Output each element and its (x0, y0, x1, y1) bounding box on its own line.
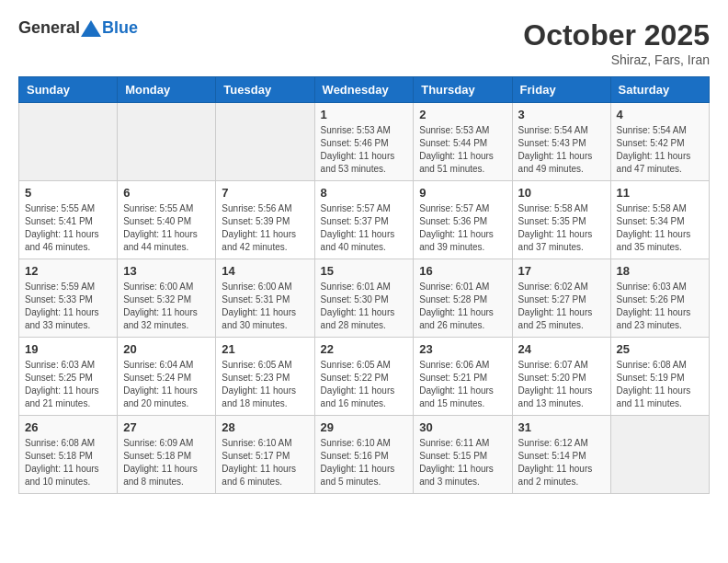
day-info: Sunrise: 5:53 AM Sunset: 5:44 PM Dayligh… (419, 124, 506, 176)
calendar-cell: 9Sunrise: 5:57 AM Sunset: 5:36 PM Daylig… (414, 181, 512, 259)
weekday-header-wednesday: Wednesday (314, 77, 414, 103)
day-info: Sunrise: 6:08 AM Sunset: 5:19 PM Dayligh… (617, 359, 703, 410)
day-info: Sunrise: 6:01 AM Sunset: 5:28 PM Dayligh… (419, 281, 506, 332)
day-number: 7 (222, 186, 308, 200)
day-info: Sunrise: 6:09 AM Sunset: 5:18 PM Dayligh… (123, 437, 210, 488)
day-info: Sunrise: 6:03 AM Sunset: 5:26 PM Dayligh… (617, 281, 703, 332)
day-info: Sunrise: 5:54 AM Sunset: 5:42 PM Dayligh… (617, 124, 703, 176)
day-number: 5 (25, 186, 111, 200)
day-info: Sunrise: 5:58 AM Sunset: 5:35 PM Dayligh… (518, 202, 605, 254)
logo-blue-text: Blue (102, 18, 138, 38)
calendar-cell: 26Sunrise: 6:08 AM Sunset: 5:18 PM Dayli… (19, 416, 118, 494)
calendar-cell: 22Sunrise: 6:05 AM Sunset: 5:22 PM Dayli… (314, 338, 414, 416)
logo-general-text: General (18, 18, 80, 38)
logo: General Blue (18, 18, 138, 38)
day-number: 12 (25, 264, 111, 278)
calendar-cell: 13Sunrise: 6:00 AM Sunset: 5:32 PM Dayli… (118, 259, 216, 338)
week-row-4: 19Sunrise: 6:03 AM Sunset: 5:25 PM Dayli… (19, 338, 710, 416)
day-info: Sunrise: 5:57 AM Sunset: 5:36 PM Dayligh… (419, 202, 506, 254)
calendar-cell: 10Sunrise: 5:58 AM Sunset: 5:35 PM Dayli… (512, 181, 610, 259)
day-info: Sunrise: 6:10 AM Sunset: 5:17 PM Dayligh… (222, 437, 308, 488)
weekday-header-row: SundayMondayTuesdayWednesdayThursdayFrid… (19, 77, 710, 103)
month-title: October 2025 (523, 18, 710, 52)
day-number: 28 (222, 420, 308, 434)
calendar-cell: 12Sunrise: 5:59 AM Sunset: 5:33 PM Dayli… (19, 259, 118, 338)
week-row-2: 5Sunrise: 5:55 AM Sunset: 5:41 PM Daylig… (19, 181, 710, 259)
day-info: Sunrise: 6:10 AM Sunset: 5:16 PM Dayligh… (321, 437, 408, 488)
weekday-header-friday: Friday (512, 77, 610, 103)
calendar-cell: 5Sunrise: 5:55 AM Sunset: 5:41 PM Daylig… (19, 181, 118, 259)
calendar-cell: 24Sunrise: 6:07 AM Sunset: 5:20 PM Dayli… (512, 338, 610, 416)
calendar-cell: 11Sunrise: 5:58 AM Sunset: 5:34 PM Dayli… (610, 181, 709, 259)
day-info: Sunrise: 6:06 AM Sunset: 5:21 PM Dayligh… (419, 359, 506, 410)
day-info: Sunrise: 6:11 AM Sunset: 5:15 PM Dayligh… (419, 437, 506, 488)
calendar-cell: 4Sunrise: 5:54 AM Sunset: 5:42 PM Daylig… (610, 103, 709, 181)
day-info: Sunrise: 5:55 AM Sunset: 5:41 PM Dayligh… (25, 202, 111, 254)
day-number: 25 (617, 342, 703, 356)
day-info: Sunrise: 6:08 AM Sunset: 5:18 PM Dayligh… (25, 437, 111, 488)
day-number: 27 (123, 420, 210, 434)
day-info: Sunrise: 5:53 AM Sunset: 5:46 PM Dayligh… (321, 124, 408, 176)
calendar-cell: 16Sunrise: 6:01 AM Sunset: 5:28 PM Dayli… (414, 259, 512, 338)
day-number: 15 (321, 264, 408, 278)
day-number: 1 (321, 108, 408, 121)
calendar-table: SundayMondayTuesdayWednesdayThursdayFrid… (18, 76, 710, 494)
day-info: Sunrise: 6:01 AM Sunset: 5:30 PM Dayligh… (321, 281, 408, 332)
calendar-cell: 23Sunrise: 6:06 AM Sunset: 5:21 PM Dayli… (414, 338, 512, 416)
day-info: Sunrise: 6:07 AM Sunset: 5:20 PM Dayligh… (518, 359, 605, 410)
weekday-header-monday: Monday (118, 77, 216, 103)
calendar-cell: 27Sunrise: 6:09 AM Sunset: 5:18 PM Dayli… (118, 416, 216, 494)
calendar-cell: 1Sunrise: 5:53 AM Sunset: 5:46 PM Daylig… (314, 103, 414, 181)
day-number: 16 (419, 264, 506, 278)
calendar-cell (216, 103, 314, 181)
calendar-cell: 14Sunrise: 6:00 AM Sunset: 5:31 PM Dayli… (216, 259, 314, 338)
day-number: 17 (518, 264, 605, 278)
calendar-cell: 15Sunrise: 6:01 AM Sunset: 5:30 PM Dayli… (314, 259, 414, 338)
calendar-cell: 2Sunrise: 5:53 AM Sunset: 5:44 PM Daylig… (414, 103, 512, 181)
day-number: 21 (222, 342, 308, 356)
day-number: 29 (321, 420, 408, 434)
day-number: 10 (518, 186, 605, 200)
day-number: 6 (123, 186, 210, 200)
calendar-cell: 28Sunrise: 6:10 AM Sunset: 5:17 PM Dayli… (216, 416, 314, 494)
weekday-header-sunday: Sunday (19, 77, 118, 103)
day-number: 31 (518, 420, 605, 434)
calendar-cell: 30Sunrise: 6:11 AM Sunset: 5:15 PM Dayli… (414, 416, 512, 494)
day-info: Sunrise: 5:55 AM Sunset: 5:40 PM Dayligh… (123, 202, 210, 254)
calendar-cell (19, 103, 118, 181)
day-number: 19 (25, 342, 111, 356)
day-number: 24 (518, 342, 605, 356)
calendar-cell: 20Sunrise: 6:04 AM Sunset: 5:24 PM Dayli… (118, 338, 216, 416)
day-info: Sunrise: 6:12 AM Sunset: 5:14 PM Dayligh… (518, 437, 605, 488)
calendar-cell: 7Sunrise: 5:56 AM Sunset: 5:39 PM Daylig… (216, 181, 314, 259)
weekday-header-saturday: Saturday (610, 77, 709, 103)
day-number: 9 (419, 186, 506, 200)
calendar-cell: 29Sunrise: 6:10 AM Sunset: 5:16 PM Dayli… (314, 416, 414, 494)
svg-marker-0 (81, 20, 101, 37)
day-info: Sunrise: 5:54 AM Sunset: 5:43 PM Dayligh… (518, 124, 605, 176)
calendar-cell: 21Sunrise: 6:05 AM Sunset: 5:23 PM Dayli… (216, 338, 314, 416)
page-header: General Blue October 2025 Shiraz, Fars, … (18, 18, 710, 67)
day-info: Sunrise: 6:00 AM Sunset: 5:32 PM Dayligh… (123, 281, 210, 332)
calendar-cell (610, 416, 709, 494)
calendar-cell (118, 103, 216, 181)
day-info: Sunrise: 5:57 AM Sunset: 5:37 PM Dayligh… (321, 202, 408, 254)
weekday-header-tuesday: Tuesday (216, 77, 314, 103)
day-number: 20 (123, 342, 210, 356)
day-number: 4 (617, 108, 703, 121)
title-section: October 2025 Shiraz, Fars, Iran (523, 18, 710, 67)
calendar-cell: 18Sunrise: 6:03 AM Sunset: 5:26 PM Dayli… (610, 259, 709, 338)
day-number: 13 (123, 264, 210, 278)
day-info: Sunrise: 5:59 AM Sunset: 5:33 PM Dayligh… (25, 281, 111, 332)
day-number: 2 (419, 108, 506, 121)
day-info: Sunrise: 5:56 AM Sunset: 5:39 PM Dayligh… (222, 202, 308, 254)
day-number: 23 (419, 342, 506, 356)
day-number: 8 (321, 186, 408, 200)
calendar-cell: 6Sunrise: 5:55 AM Sunset: 5:40 PM Daylig… (118, 181, 216, 259)
logo-icon (81, 20, 101, 37)
day-info: Sunrise: 6:00 AM Sunset: 5:31 PM Dayligh… (222, 281, 308, 332)
location: Shiraz, Fars, Iran (523, 52, 710, 67)
day-number: 11 (617, 186, 703, 200)
week-row-5: 26Sunrise: 6:08 AM Sunset: 5:18 PM Dayli… (19, 416, 710, 494)
day-info: Sunrise: 6:05 AM Sunset: 5:23 PM Dayligh… (222, 359, 308, 410)
